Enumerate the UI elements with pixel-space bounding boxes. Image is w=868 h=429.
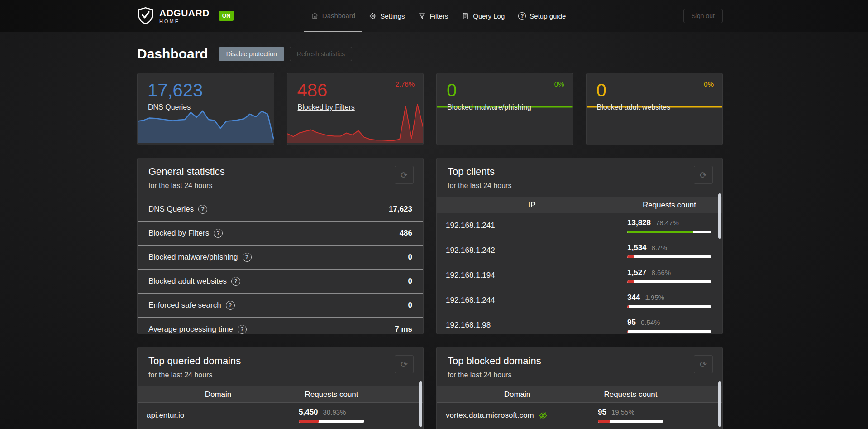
column-header-domain: Domain	[138, 390, 299, 399]
top-blocked-domains-panel: Top blocked domains for the last 24 hour…	[436, 347, 723, 429]
nav-settings[interactable]: Settings	[362, 0, 411, 32]
table-row[interactable]: vortex.data.microsoft.com 9519.55%	[437, 403, 722, 428]
count-value: 1,534	[627, 243, 647, 252]
count-value: 95	[627, 318, 636, 327]
domain-count-cell: 9519.55%	[598, 408, 663, 423]
blocked-adult-percent: 0%	[704, 80, 714, 88]
row-label-wrap: Blocked by Filters?	[148, 229, 223, 238]
row-label-wrap: Enforced safe search?	[148, 301, 235, 310]
table-row[interactable]: 192.168.1.194 1,5278.66%	[437, 263, 722, 288]
top-clients-panel: Top clients for the last 24 hours ⟳ IP R…	[436, 158, 723, 334]
refresh-statistics-button[interactable]: Refresh statistics	[290, 47, 353, 61]
document-icon	[462, 12, 469, 20]
client-ip: 192.168.1.242	[437, 246, 627, 255]
nav-filters[interactable]: Filters	[411, 0, 455, 32]
panel-title: Top blocked domains	[448, 355, 711, 367]
page-head: Dashboard Disable protection Refresh sta…	[137, 46, 723, 62]
refresh-button[interactable]: ⟳	[694, 166, 713, 184]
table-row[interactable]: 192.168.1.244 3441.95%	[437, 288, 722, 313]
table-row[interactable]: api.entur.io 5,45030.93%	[138, 403, 423, 428]
help-icon[interactable]: ?	[226, 301, 235, 310]
panel-head: Top clients for the last 24 hours	[437, 158, 722, 197]
panel-head: General statistics for the last 24 hours	[138, 158, 423, 197]
blocked-malware-label: Blocked malware/phishing	[437, 101, 573, 111]
client-ip: 192.168.1.194	[437, 271, 627, 280]
row-label-wrap: Blocked adult websites?	[148, 277, 240, 286]
domain-name: vortex.data.microsoft.com	[446, 411, 534, 420]
row-label: Blocked malware/phishing	[148, 253, 238, 262]
row-label: Blocked by Filters	[148, 229, 209, 238]
domain-count-cell: 5,45030.93%	[299, 408, 364, 423]
eye-off-icon[interactable]	[539, 411, 548, 420]
table-row[interactable]: 192.168.1.242 1,5348.7%	[437, 238, 722, 263]
nav-setup-guide[interactable]: ? Setup guide	[511, 0, 572, 32]
blocked-filters-link[interactable]: Blocked by Filters	[287, 101, 424, 111]
row-value: 0	[408, 277, 412, 286]
count-percent: 8.7%	[652, 244, 667, 251]
row-label-wrap: Average processing time?	[148, 325, 247, 334]
logo[interactable]: ADGUARD HOME ON	[137, 0, 234, 32]
client-count-cell: 13,82878.47%	[627, 218, 711, 233]
count-percent: 8.66%	[652, 269, 671, 276]
panel-title: General statistics	[148, 166, 412, 178]
scrollbar-thumb[interactable]	[419, 381, 422, 427]
row-label: Enforced safe search	[148, 301, 221, 310]
help-icon[interactable]: ?	[198, 205, 207, 214]
help-icon[interactable]: ?	[231, 277, 240, 286]
refresh-button[interactable]: ⟳	[395, 355, 414, 373]
main-nav: Dashboard Settings Filters	[304, 0, 573, 32]
row-label: DNS Queries	[148, 205, 194, 214]
refresh-button[interactable]: ⟳	[395, 166, 414, 184]
stat-cards-row: 17,623 DNS Queries 486 Blocked by Filter…	[137, 73, 723, 145]
sign-out-button[interactable]: Sign out	[683, 9, 723, 23]
panel-title: Top queried domains	[148, 355, 412, 367]
help-icon[interactable]: ?	[214, 229, 223, 238]
panels-row-1: General statistics for the last 24 hours…	[137, 158, 723, 334]
row-value: 7 ms	[395, 325, 412, 334]
blocked-adult-label: Blocked adult websites	[587, 101, 723, 111]
table-row[interactable]: 192.168.1.98 950.54%	[437, 313, 722, 334]
logo-text: ADGUARD HOME	[159, 8, 210, 24]
client-count-cell: 1,5278.66%	[627, 268, 711, 283]
blocked-malware-value: 0	[437, 73, 573, 101]
blocked-filters-percent: 2.76%	[395, 80, 415, 88]
table-row: Blocked by Filters? 486	[138, 221, 423, 245]
adguard-shield-icon	[137, 7, 154, 25]
client-count-cell: 950.54%	[627, 318, 711, 333]
refresh-button[interactable]: ⟳	[694, 355, 713, 373]
column-header-domain: Domain	[437, 390, 598, 399]
help-icon[interactable]: ?	[243, 253, 252, 262]
row-label-wrap: Blocked malware/phishing?	[148, 253, 252, 262]
panel-subtitle: for the last 24 hours	[448, 182, 711, 190]
nav-dashboard[interactable]: Dashboard	[304, 0, 362, 32]
nav-label: Dashboard	[322, 12, 355, 19]
dns-queries-value: 17,623	[138, 73, 274, 101]
table-row[interactable]: 192.168.1.241 13,82878.47%	[437, 213, 722, 238]
general-statistics-panel: General statistics for the last 24 hours…	[137, 158, 424, 334]
general-statistics-table: DNS Queries? 17,623 Blocked by Filters? …	[138, 197, 423, 334]
count-value: 344	[627, 293, 640, 302]
disable-protection-button[interactable]: Disable protection	[219, 47, 284, 61]
nav-query-log[interactable]: Query Log	[455, 0, 511, 32]
row-value: 0	[408, 301, 412, 310]
table-header: IP Requests count	[437, 197, 722, 213]
column-header-count: Requests count	[598, 390, 663, 399]
scrollbar-thumb[interactable]	[718, 193, 721, 239]
count-percent: 19.55%	[611, 408, 634, 416]
scrollbar-thumb[interactable]	[718, 381, 721, 427]
card-dns-queries: 17,623 DNS Queries	[137, 73, 274, 145]
top-nav: ADGUARD HOME ON Dashboard	[0, 0, 868, 32]
blocked-adult-value: 0	[587, 73, 723, 101]
gear-icon	[369, 12, 377, 20]
table-row: Enforced safe search? 0	[138, 293, 423, 317]
count-value: 95	[598, 408, 606, 417]
progress-bar	[627, 231, 711, 233]
panel-subtitle: for the last 24 hours	[448, 371, 711, 379]
nav-label: Filters	[429, 12, 448, 20]
help-icon[interactable]: ?	[238, 325, 247, 334]
count-percent: 30.93%	[323, 408, 346, 416]
dashboard-page: Dashboard Disable protection Refresh sta…	[137, 46, 723, 429]
blocked-malware-percent: 0%	[554, 80, 564, 88]
column-header-ip: IP	[437, 201, 627, 210]
progress-bar	[627, 280, 711, 283]
